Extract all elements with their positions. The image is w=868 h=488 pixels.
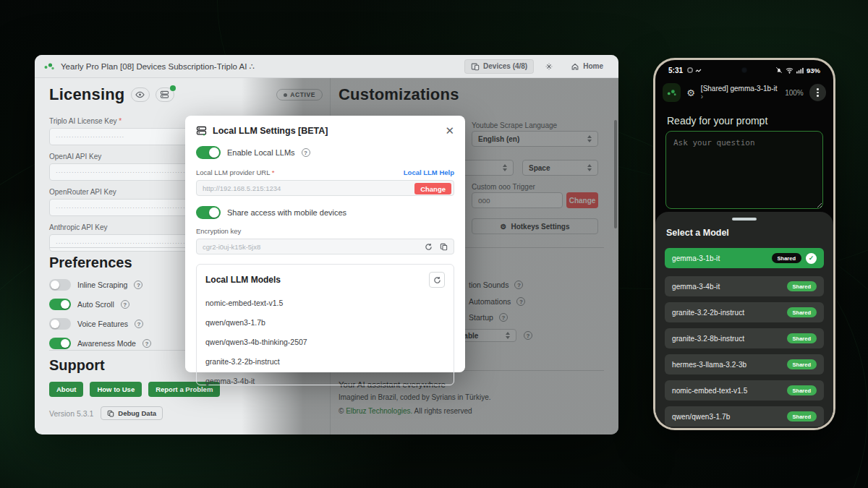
help-icon[interactable]: ? xyxy=(302,148,310,157)
enable-local-llms-toggle[interactable] xyxy=(196,146,221,159)
model-card[interactable]: gemma-3-4b-it Shared xyxy=(665,276,824,296)
triplo-logo-tile[interactable] xyxy=(663,83,681,102)
battery-percent: 93% xyxy=(807,67,820,74)
model-card[interactable]: qwen/qwen3-1.7b Shared xyxy=(665,406,824,427)
overflow-menu-icon[interactable] xyxy=(809,84,826,101)
model-card[interactable]: granite-3.2-8b-instruct Shared xyxy=(665,328,824,348)
question-input[interactable] xyxy=(665,131,823,209)
footer-credits: Imagined in Brazil, coded by Syrians in … xyxy=(339,393,490,401)
disconnect-button[interactable] xyxy=(538,59,560,74)
select-chevrons-icon xyxy=(506,332,510,339)
phone-app-header: ⚙ [Shared] gemma-3-1b-it › 100% xyxy=(663,80,826,105)
local-llm-button[interactable] xyxy=(156,87,174,102)
chevron-right-icon: › xyxy=(701,93,703,100)
zoom-level: 100% xyxy=(785,89,804,97)
shared-badge: Shared xyxy=(787,333,817,343)
phone-mockup: 5:31 93% ⚙ [Shared] gemma-3-1b-i xyxy=(653,58,835,430)
licensing-title: Licensing xyxy=(49,85,125,104)
shared-badge: Shared xyxy=(787,359,817,369)
prompt-title: Ready for your prompt xyxy=(667,115,767,127)
model-card[interactable]: granite-3.2-2b-instruct Shared xyxy=(665,302,824,322)
partial-toggle-row: Automations? xyxy=(469,297,525,306)
model-list-item[interactable]: nomic-embed-text-v1.5 xyxy=(205,299,445,307)
shared-badge: Shared xyxy=(787,385,817,395)
shared-badge: Shared xyxy=(787,281,817,291)
copy-icon[interactable] xyxy=(440,243,448,251)
model-list-item[interactable]: granite-3.2-2b-instruct xyxy=(205,357,445,366)
close-icon[interactable]: ✕ xyxy=(445,125,454,136)
help-icon[interactable]: ? xyxy=(135,320,143,328)
company-link[interactable]: Elbruz Technologies. xyxy=(346,407,412,415)
about-button[interactable]: About xyxy=(49,382,83,397)
bell-muted-icon xyxy=(775,67,783,74)
model-card[interactable]: nomic-embed-text-v1.5 Shared xyxy=(665,380,824,401)
share-mobile-toggle[interactable] xyxy=(196,206,221,219)
sheet-title: Select a Model xyxy=(666,228,729,238)
provider-url-input[interactable]: http://192.168.5.215:1234 Change xyxy=(196,180,454,196)
partial-toggle-row: tion Sounds? xyxy=(469,281,523,289)
camera-punch-hole xyxy=(741,67,747,73)
model-card-selected[interactable]: gemma-3-1b-it Shared ✓ xyxy=(665,248,824,268)
encryption-key-input[interactable]: cgr2-i0uj-k15k-5jx8 xyxy=(196,239,454,254)
check-circle-icon: ✓ xyxy=(806,253,817,264)
help-icon[interactable]: ? xyxy=(121,300,129,309)
url-change-button[interactable]: Change xyxy=(414,183,451,194)
select-chevrons-icon xyxy=(587,164,592,171)
llm-active-dot xyxy=(170,85,176,91)
awareness-mode-toggle[interactable] xyxy=(49,338,71,349)
active-model-label[interactable]: [Shared] gemma-3-1b-it › xyxy=(701,85,779,100)
reveal-keys-button[interactable] xyxy=(131,87,150,102)
app-header: Yearly Pro Plan [08] Devices Subscriptio… xyxy=(35,55,618,78)
help-icon[interactable]: ? xyxy=(142,339,151,348)
shared-badge: Shared xyxy=(772,253,801,263)
debug-data-button[interactable]: Debug Data xyxy=(101,406,163,420)
phone-screen: 5:31 93% ⚙ [Shared] gemma-3-1b-i xyxy=(655,60,833,428)
help-icon[interactable]: ? xyxy=(134,281,142,289)
hotkeys-settings-button[interactable]: ⚙ Hotkeys Settings xyxy=(472,218,598,234)
partial-toggle-row: Startup? xyxy=(469,313,508,322)
inline-scraping-toggle[interactable] xyxy=(49,279,71,291)
signal-icon xyxy=(796,67,804,74)
devices-button[interactable]: Devices (4/8) xyxy=(464,59,534,74)
model-list-item[interactable]: qwen/qwen3-4b-thinking-2507 xyxy=(205,338,445,346)
refresh-icon[interactable] xyxy=(425,243,433,251)
voice-features-toggle[interactable] xyxy=(49,318,71,330)
refresh-models-button[interactable] xyxy=(429,272,445,288)
model-card[interactable]: hermes-3-llama-3.2-3b Shared xyxy=(665,354,824,374)
youtube-language-select[interactable]: English (en) xyxy=(472,131,598,147)
disconnect-icon xyxy=(545,62,553,71)
select-chevrons-icon xyxy=(587,135,592,142)
youtube-language-label: Youtube Scrape Language xyxy=(472,121,557,129)
partial-select-help: ? xyxy=(524,331,532,340)
help-icon[interactable]: ? xyxy=(514,281,523,289)
window-scrollbar[interactable] xyxy=(614,120,617,228)
window-title: Yearly Pro Plan [08] Devices Subscriptio… xyxy=(61,61,255,72)
url-label: Local LLM provider URL * xyxy=(196,168,274,176)
models-title: Local LLM Models xyxy=(205,275,281,285)
status-time: 5:31 xyxy=(668,67,683,74)
auto-scroll-toggle[interactable] xyxy=(49,299,71,310)
space-select[interactable]: Space xyxy=(522,160,598,176)
trigger-change-button[interactable]: Change xyxy=(566,192,598,208)
help-icon[interactable]: ? xyxy=(524,331,532,340)
model-list-item[interactable]: gemma-3-4b-it xyxy=(205,377,445,385)
model-list-item[interactable]: qwen/qwen3-1.7b xyxy=(205,318,445,327)
sheet-drag-handle[interactable] xyxy=(732,218,757,221)
gear-icon[interactable]: ⚙ xyxy=(686,87,695,98)
eye-icon xyxy=(135,91,145,98)
local-llm-models-card: Local LLM Models nomic-embed-text-v1.5 q… xyxy=(196,264,454,385)
gear-icon: ⚙ xyxy=(500,223,506,231)
footer-copyright: © Elbruz Technologies. All rights reserv… xyxy=(339,407,472,415)
encryption-key-label: Encryption key xyxy=(196,227,241,235)
trigger-input[interactable] xyxy=(472,192,563,208)
status-notification-icons xyxy=(687,67,702,73)
customizations-title: Customizations xyxy=(339,85,459,104)
local-llm-help-link[interactable]: Local LLM Help xyxy=(404,168,454,176)
copy-icon xyxy=(107,410,114,417)
model-select-sheet: Select a Model gemma-3-1b-it Shared ✓ ge… xyxy=(655,212,833,428)
help-icon[interactable]: ? xyxy=(499,313,508,322)
how-to-use-button[interactable]: How to Use xyxy=(90,382,142,397)
help-icon[interactable]: ? xyxy=(516,297,525,306)
home-button[interactable]: Home xyxy=(564,59,610,74)
triplo-logo-icon xyxy=(43,61,55,72)
